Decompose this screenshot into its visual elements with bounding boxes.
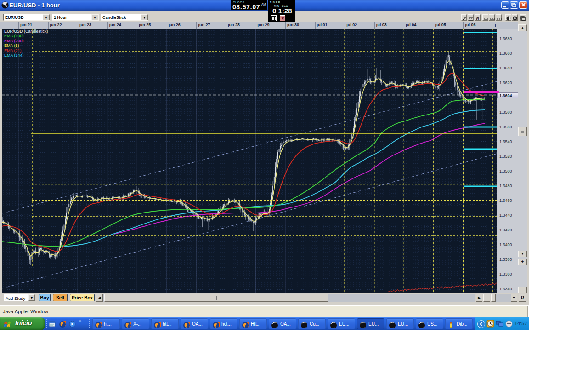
- svg-text:EMA (200): EMA (200): [4, 39, 24, 43]
- svg-text:EMA (5): EMA (5): [4, 43, 19, 48]
- svg-text:ø: ø: [476, 16, 479, 21]
- svg-text:EMA (100): EMA (100): [4, 34, 24, 38]
- svg-text:EMA (144): EMA (144): [4, 53, 24, 58]
- svg-text:EUR/USD (Candlestick): EUR/USD (Candlestick): [4, 29, 48, 34]
- svg-text:EMA (21): EMA (21): [4, 48, 22, 53]
